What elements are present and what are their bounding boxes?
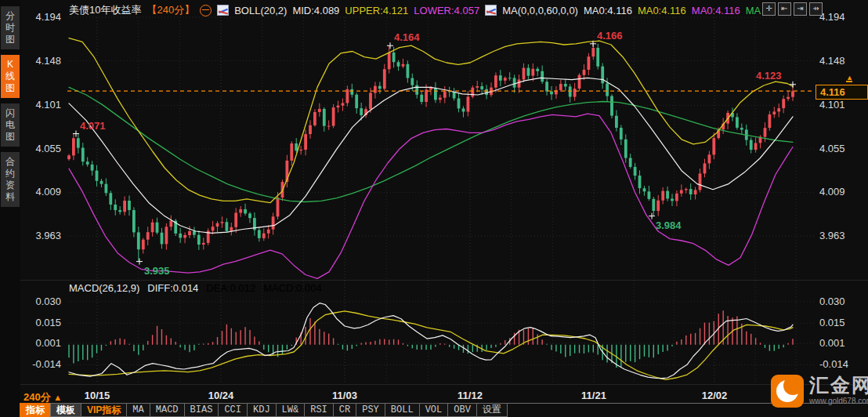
toolbar-item-BOLL[interactable]: BOLL bbox=[385, 403, 420, 417]
main-y-label-right: 4.055 bbox=[819, 143, 854, 154]
candle-body bbox=[666, 191, 669, 199]
sidebar-tab-合约资料[interactable]: 合约资料 bbox=[1, 152, 20, 207]
logo-moon-icon bbox=[771, 375, 804, 408]
boll-lower-line bbox=[69, 114, 793, 278]
main-y-label-left: 3.963 bbox=[27, 230, 61, 241]
candle-body bbox=[453, 92, 456, 99]
toolbar-item-BIAS[interactable]: BIAS bbox=[184, 403, 219, 417]
candle-body bbox=[634, 167, 637, 176]
toolbar-item-VIP指标[interactable]: VIP指标 bbox=[81, 403, 127, 417]
footer-period-text: 240分 bbox=[24, 391, 51, 403]
site-logo: 汇金网 www.gold678.com bbox=[771, 375, 868, 408]
candle-body bbox=[132, 210, 136, 232]
scroll-left-icon[interactable]: ⇤ bbox=[778, 2, 791, 16]
toolbar-item-RSI[interactable]: RSI bbox=[304, 403, 334, 417]
pan-icon[interactable]: ✛ bbox=[762, 2, 776, 16]
candle-body bbox=[244, 209, 247, 214]
candle-body bbox=[415, 85, 418, 95]
candle-body bbox=[355, 95, 358, 108]
candle-body bbox=[142, 240, 145, 250]
candle-body bbox=[513, 78, 516, 87]
candle-body bbox=[467, 96, 470, 111]
macd-y-label-right: -0.014 bbox=[819, 358, 854, 370]
candle-body bbox=[429, 88, 432, 89]
scroll-right-icon[interactable]: ⇥ bbox=[794, 2, 807, 16]
indicator-toolbar: 指标模板VIP指标MAMACDBIASCCIKDJLW&RSICRPSYBOLL… bbox=[20, 403, 508, 417]
x-axis-date-label: 12/02 bbox=[702, 390, 728, 401]
candle-body bbox=[736, 117, 739, 128]
candle-body bbox=[624, 140, 627, 158]
main-y-label-right: 4.009 bbox=[819, 186, 854, 198]
toolbar-item-指标[interactable]: 指标 bbox=[20, 403, 51, 417]
candle-body bbox=[332, 107, 335, 126]
logo-site-url: www.gold678.com bbox=[809, 397, 868, 405]
toolbar-item-OBV[interactable]: OBV bbox=[447, 403, 477, 417]
candle-body bbox=[161, 233, 164, 245]
collapse-minus-icon[interactable] bbox=[200, 5, 212, 16]
candle-body bbox=[583, 70, 586, 75]
chart-canvas[interactable] bbox=[0, 0, 868, 417]
extreme-price-label: 4.071 bbox=[80, 120, 106, 132]
sidebar-tab-闪电图[interactable]: 闪电图 bbox=[1, 103, 20, 147]
toolbar-item-MACD[interactable]: MACD bbox=[150, 403, 185, 417]
ma-value-2: MA0:4.116 bbox=[638, 5, 686, 16]
candle-body bbox=[388, 53, 391, 69]
toolbar-item-PSY[interactable]: PSY bbox=[356, 403, 385, 417]
candle-body bbox=[202, 243, 205, 245]
candle-body bbox=[629, 158, 632, 167]
candle-body bbox=[86, 161, 89, 165]
extreme-price-label: 3.935 bbox=[144, 265, 170, 277]
candle-body bbox=[337, 106, 340, 107]
candle-body bbox=[407, 64, 410, 78]
candle-body bbox=[374, 86, 377, 93]
candle-body bbox=[188, 231, 191, 235]
extreme-price-label: 4.164 bbox=[394, 31, 420, 43]
candle-body bbox=[230, 227, 233, 231]
candle-body bbox=[137, 232, 140, 249]
candle-body bbox=[596, 48, 599, 67]
candle-body bbox=[118, 210, 121, 212]
macd-macd-value: MACD:0.004 bbox=[263, 282, 321, 294]
candle-body bbox=[504, 78, 507, 81]
candle-body bbox=[346, 89, 349, 103]
macd-diff-value: DIFF:0.014 bbox=[147, 282, 198, 294]
macd-y-label-left: 0.015 bbox=[27, 317, 61, 328]
jump-latest-icon[interactable]: ⇸ bbox=[809, 2, 823, 16]
extreme-price-label: 3.984 bbox=[656, 219, 682, 231]
candle-body bbox=[541, 71, 544, 82]
candle-body bbox=[128, 201, 131, 210]
toolbar-item-VOL[interactable]: VOL bbox=[419, 403, 449, 417]
toolbar-item-LW&[interactable]: LW& bbox=[276, 403, 306, 417]
candle-body bbox=[179, 234, 182, 238]
toolbar-item-CR[interactable]: CR bbox=[333, 403, 356, 417]
sidebar-tab-K线图[interactable]: K线图 bbox=[1, 55, 20, 98]
toolbar-item-模板[interactable]: 模板 bbox=[50, 403, 81, 417]
sidebar-tab-分时图[interactable]: 分时图 bbox=[1, 6, 20, 49]
macd-y-label-left: 0.001 bbox=[27, 337, 61, 349]
toolbar-item-CCI[interactable]: CCI bbox=[218, 403, 248, 417]
candle-body bbox=[443, 91, 447, 97]
toolbar-item-MA[interactable]: MA bbox=[126, 403, 150, 417]
candle-body bbox=[169, 221, 172, 227]
ma-value-1: MA0:4.116 bbox=[584, 5, 632, 16]
candle-body bbox=[425, 90, 428, 103]
candle-body bbox=[397, 62, 400, 67]
boll-upper-value: UPPER:4.121 bbox=[345, 5, 408, 16]
period-badge[interactable]: 【240分】 bbox=[146, 3, 194, 17]
x-axis-date-label: 10/24 bbox=[208, 390, 234, 401]
candle-body bbox=[262, 234, 266, 238]
candle-body bbox=[550, 92, 553, 95]
candle-body bbox=[708, 154, 711, 163]
candle-body bbox=[545, 82, 548, 91]
candle-body bbox=[327, 126, 331, 127]
candle-body bbox=[434, 88, 437, 100]
candle-body bbox=[197, 235, 201, 245]
candle-body bbox=[480, 86, 483, 89]
main-y-label-left: 4.101 bbox=[27, 99, 61, 111]
toolbar-item-KDJ[interactable]: KDJ bbox=[247, 403, 277, 417]
main-y-label-right: 3.963 bbox=[819, 230, 854, 241]
toolbar-item-设置[interactable]: 设置 bbox=[476, 403, 508, 417]
macd-params-label: MACD(26,12,9) bbox=[69, 282, 139, 294]
candle-body bbox=[588, 56, 591, 70]
candle-body bbox=[675, 194, 678, 201]
